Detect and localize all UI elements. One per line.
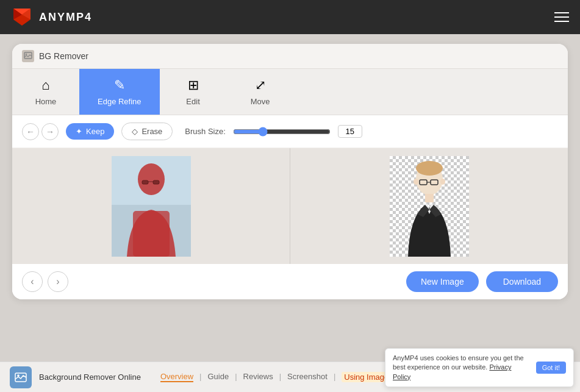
bottom-bar: ‹ › New Image Download bbox=[12, 264, 568, 299]
tab-move-label: Move bbox=[251, 97, 270, 106]
svg-point-8 bbox=[138, 163, 165, 195]
status-title: Background Remover Online bbox=[39, 372, 141, 382]
keep-label: Keep bbox=[86, 127, 104, 136]
cookie-banner: AnyMP4 uses cookies to ensure you get th… bbox=[385, 348, 574, 387]
home-icon: ⌂ bbox=[41, 77, 49, 93]
app-header: ANYMP4 bbox=[0, 0, 580, 34]
tab-home[interactable]: ⌂ Home bbox=[12, 69, 79, 115]
canvas-area bbox=[12, 148, 568, 264]
brush-size-label: Brush Size: bbox=[185, 127, 225, 136]
next-button[interactable]: › bbox=[48, 271, 68, 292]
canvas-left bbox=[12, 148, 290, 264]
edit-icon: ⊞ bbox=[188, 77, 199, 93]
svg-rect-10 bbox=[142, 180, 148, 184]
status-bar: Background Remover Online Overview | Gui… bbox=[0, 362, 580, 392]
card-header-icon bbox=[22, 50, 34, 62]
cookie-text: AnyMP4 uses cookies to ensure you get th… bbox=[393, 354, 531, 382]
status-nav-guide[interactable]: Guide bbox=[208, 372, 229, 382]
tab-move[interactable]: ⤢ Move bbox=[227, 69, 294, 115]
undo-redo-group: ← → bbox=[22, 123, 59, 140]
svg-point-5 bbox=[26, 54, 27, 55]
move-icon: ⤢ bbox=[255, 77, 266, 93]
logo-icon bbox=[11, 6, 33, 28]
erase-icon: ◇ bbox=[132, 127, 138, 136]
bg-remover-icon bbox=[15, 371, 27, 383]
svg-point-18 bbox=[414, 179, 418, 185]
svg-rect-9 bbox=[133, 211, 170, 257]
tab-home-label: Home bbox=[35, 97, 57, 106]
brush-size-input[interactable] bbox=[338, 125, 362, 138]
tab-edge-refine-label: Edge Refine bbox=[98, 97, 141, 106]
person-cutout bbox=[390, 156, 469, 257]
new-image-button[interactable]: New Image bbox=[406, 271, 479, 292]
prev-button[interactable]: ‹ bbox=[22, 271, 43, 292]
nav-divider-4: | bbox=[334, 372, 335, 382]
edge-refine-icon: ✎ bbox=[114, 77, 125, 93]
download-button[interactable]: Download bbox=[486, 271, 558, 292]
status-nav-overview[interactable]: Overview bbox=[160, 372, 193, 382]
status-nav-screenshot[interactable]: Screenshot bbox=[287, 372, 328, 382]
person-overlay bbox=[112, 156, 191, 257]
main-content: BG Remover ⌂ Home ✎ Edge Refine ⊞ Edit ⤢… bbox=[0, 34, 580, 362]
original-image bbox=[112, 156, 191, 257]
tabs-bar: ⌂ Home ✎ Edge Refine ⊞ Edit ⤢ Move bbox=[12, 69, 568, 115]
action-buttons: New Image Download bbox=[406, 271, 558, 292]
logo-text: ANYMP4 bbox=[39, 11, 92, 24]
redo-button[interactable]: → bbox=[41, 123, 59, 140]
status-icon bbox=[10, 366, 32, 388]
tab-edit-label: Edit bbox=[186, 97, 199, 106]
erase-label: Erase bbox=[141, 127, 162, 136]
undo-button[interactable]: ← bbox=[22, 123, 39, 140]
nav-divider-2: | bbox=[235, 372, 237, 382]
card-title: BG Remover bbox=[39, 51, 88, 61]
svg-rect-11 bbox=[153, 180, 159, 184]
got-it-button[interactable]: Got it! bbox=[536, 362, 566, 374]
bg-remover-card: BG Remover ⌂ Home ✎ Edge Refine ⊞ Edit ⤢… bbox=[12, 44, 568, 299]
nav-divider-3: | bbox=[279, 372, 281, 382]
keep-button[interactable]: ✦ Keep bbox=[66, 123, 114, 140]
canvas-right bbox=[290, 148, 568, 264]
card-header: BG Remover bbox=[12, 44, 568, 69]
image-icon bbox=[24, 52, 32, 60]
keep-icon: ✦ bbox=[76, 127, 82, 136]
toolbar: ← → ✦ Keep ◇ Erase Brush Size: bbox=[12, 115, 568, 148]
nav-divider-1: | bbox=[199, 372, 201, 382]
tab-edge-refine[interactable]: ✎ Edge Refine bbox=[79, 69, 160, 115]
hamburger-menu[interactable] bbox=[554, 12, 569, 22]
svg-point-19 bbox=[440, 179, 445, 185]
brush-size-slider[interactable] bbox=[233, 127, 331, 137]
status-nav: Overview | Guide | Reviews | Screenshot … bbox=[160, 372, 395, 382]
status-nav-reviews[interactable]: Reviews bbox=[243, 372, 273, 382]
logo-area: ANYMP4 bbox=[11, 6, 92, 28]
svg-point-14 bbox=[416, 161, 443, 176]
svg-rect-20 bbox=[425, 194, 434, 202]
erase-button[interactable]: ◇ Erase bbox=[121, 123, 173, 140]
navigation-buttons: ‹ › bbox=[22, 271, 68, 292]
processed-image bbox=[390, 156, 469, 257]
tab-edit[interactable]: ⊞ Edit bbox=[160, 69, 227, 115]
